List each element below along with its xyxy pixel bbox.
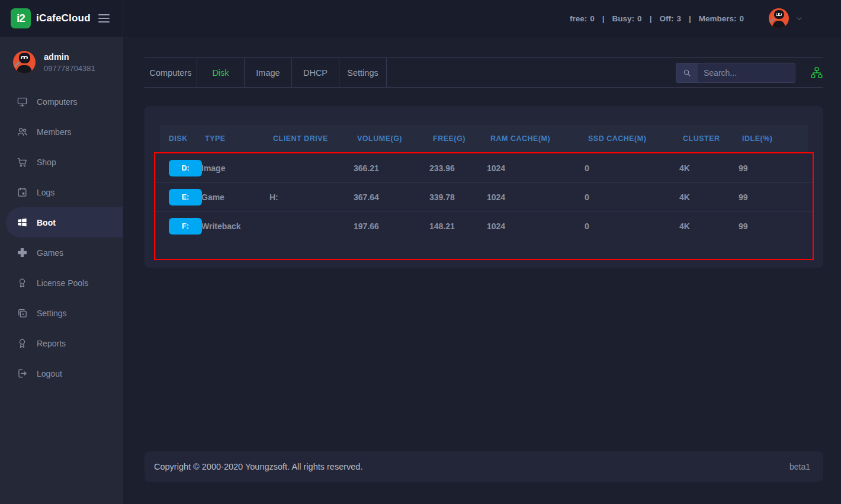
cell-cluster: 4K xyxy=(679,192,739,202)
menu-toggle-icon[interactable] xyxy=(98,9,110,27)
cell-idle: 99 xyxy=(739,192,813,202)
cell-client-drive: H: xyxy=(269,192,354,202)
cell-volume: 197.66 xyxy=(354,221,429,231)
sidebar-nav: Computers Members Shop Logs Boot Games L… xyxy=(0,86,123,389)
table-header-row: DISK TYPE CLIENT DRIVE VOLUME(G) FREE(G)… xyxy=(160,125,808,152)
sidebar-item-boot[interactable]: Boot xyxy=(6,207,123,237)
column-header-ssd-cache: SSD CACHE(M) xyxy=(588,134,683,143)
sidebar-item-settings[interactable]: Settings xyxy=(0,298,123,328)
table-row-disk-f[interactable]: F: Writeback 197.66 148.21 1024 0 4K 99 xyxy=(155,211,813,240)
sidebar-item-shop[interactable]: Shop xyxy=(0,147,123,177)
boot-tab-bar: Computers Disk Image DHCP Settings xyxy=(145,57,823,88)
sidebar: admin 097778704381 Computers Members Sho… xyxy=(0,37,123,504)
disk-letter-button[interactable]: D: xyxy=(169,160,202,176)
table-body-spacer xyxy=(155,240,813,259)
cell-ram-cache: 1024 xyxy=(487,192,585,202)
cell-ram-cache: 1024 xyxy=(487,163,585,173)
sidebar-user-block: admin 097778704381 xyxy=(0,37,123,86)
cell-ram-cache: 1024 xyxy=(487,221,585,231)
cell-cluster: 4K xyxy=(679,163,739,173)
logout-icon xyxy=(17,368,28,379)
disk-table-card: DISK TYPE CLIENT DRIVE VOLUME(G) FREE(G)… xyxy=(145,106,823,268)
tab-settings[interactable]: Settings xyxy=(339,58,387,87)
status-separator: | xyxy=(650,14,652,23)
network-map-button[interactable] xyxy=(810,66,823,79)
status-members: Members:0 xyxy=(699,14,744,23)
layers-settings-icon xyxy=(17,307,28,319)
sidebar-item-logs[interactable]: Logs xyxy=(0,177,123,207)
search-box xyxy=(676,63,795,83)
sidebar-item-reports[interactable]: Reports xyxy=(0,328,123,358)
sidebar-item-license-pools[interactable]: License Pools xyxy=(0,268,123,298)
column-header-cluster: CLUSTER xyxy=(683,134,742,143)
medal-icon xyxy=(17,277,28,288)
medal-icon xyxy=(17,338,28,349)
cell-type: Game xyxy=(201,192,269,202)
disk-letter-button[interactable]: E: xyxy=(169,189,202,206)
cell-idle: 99 xyxy=(739,163,813,173)
status-busy: Busy:0 xyxy=(612,14,642,23)
tab-dhcp[interactable]: DHCP xyxy=(292,58,339,87)
column-header-ram-cache: RAM CACHE(M) xyxy=(490,134,588,143)
sidebar-item-members[interactable]: Members xyxy=(0,117,123,147)
chevron-down-icon[interactable] xyxy=(795,15,803,23)
app-title: iCafeCloud xyxy=(36,12,91,24)
sidebar-user-avatar[interactable] xyxy=(13,51,36,73)
column-header-free: FREE(G) xyxy=(433,134,490,143)
column-header-idle: IDLE(%) xyxy=(742,134,808,143)
tab-image[interactable]: Image xyxy=(245,58,292,87)
search-button[interactable] xyxy=(676,63,698,82)
monitor-icon xyxy=(17,96,28,107)
gamepad-icon xyxy=(17,247,28,258)
cell-free: 233.96 xyxy=(429,163,487,173)
search-icon xyxy=(682,68,692,78)
status-free: free:0 xyxy=(570,14,595,23)
sidebar-item-computers[interactable]: Computers xyxy=(0,86,123,117)
sidebar-item-games[interactable]: Games xyxy=(0,237,123,268)
sitemap-icon xyxy=(810,66,823,79)
app-logo-icon: i2 xyxy=(11,8,31,28)
column-header-volume: VOLUME(G) xyxy=(357,134,433,143)
cell-volume: 367.64 xyxy=(354,192,429,202)
copyright-text: Copyright © 2000-2020 Youngzsoft. All ri… xyxy=(154,462,362,471)
cell-volume: 366.21 xyxy=(354,163,429,173)
windows-boot-icon xyxy=(17,217,28,228)
table-row-disk-e[interactable]: E: Game H: 367.64 339.78 1024 0 4K 99 xyxy=(155,182,813,211)
members-icon xyxy=(17,126,28,137)
machine-status-summary: free:0 | Busy:0 | Off:3 | Members:0 xyxy=(570,14,744,23)
cell-idle: 99 xyxy=(739,221,813,231)
search-input[interactable] xyxy=(698,68,795,78)
cell-ssd-cache: 0 xyxy=(585,192,679,202)
cell-ssd-cache: 0 xyxy=(585,221,679,231)
column-header-client-drive: CLIENT DRIVE xyxy=(273,134,357,143)
version-badge: beta1 xyxy=(789,462,810,471)
cell-cluster: 4K xyxy=(679,221,739,231)
column-header-disk: DISK xyxy=(160,134,205,143)
status-off: Off:3 xyxy=(659,14,681,23)
table-row-disk-d[interactable]: D: Image 366.21 233.96 1024 0 4K 99 xyxy=(155,153,813,182)
top-bar: i2 iCafeCloud free:0 | Busy:0 | Off:3 | … xyxy=(0,0,841,37)
cell-free: 339.78 xyxy=(429,192,487,202)
cell-ssd-cache: 0 xyxy=(585,163,679,173)
calendar-icon xyxy=(17,187,28,198)
user-name: admin xyxy=(44,52,95,62)
column-header-type: TYPE xyxy=(205,134,273,143)
brand-area: i2 iCafeCloud xyxy=(0,0,123,37)
disk-letter-button[interactable]: F: xyxy=(169,218,202,235)
cart-icon xyxy=(17,156,28,168)
cell-type: Image xyxy=(201,163,269,173)
user-avatar[interactable] xyxy=(769,8,789,28)
status-separator: | xyxy=(689,14,691,23)
cell-free: 148.21 xyxy=(429,221,487,231)
user-phone: 097778704381 xyxy=(44,64,95,73)
sidebar-item-logout[interactable]: Logout xyxy=(0,358,123,389)
tab-disk[interactable]: Disk xyxy=(197,58,245,87)
tab-computers[interactable]: Computers xyxy=(145,58,197,87)
cell-type: Writeback xyxy=(201,221,269,231)
highlighted-table-body: D: Image 366.21 233.96 1024 0 4K 99 E: G… xyxy=(154,152,814,260)
tabbar-right xyxy=(676,58,823,87)
topbar-right: free:0 | Busy:0 | Off:3 | Members:0 xyxy=(123,8,841,28)
footer: Copyright © 2000-2020 Youngzsoft. All ri… xyxy=(145,451,823,482)
status-separator: | xyxy=(602,14,605,23)
main-content: Computers Disk Image DHCP Settings xyxy=(123,37,841,504)
